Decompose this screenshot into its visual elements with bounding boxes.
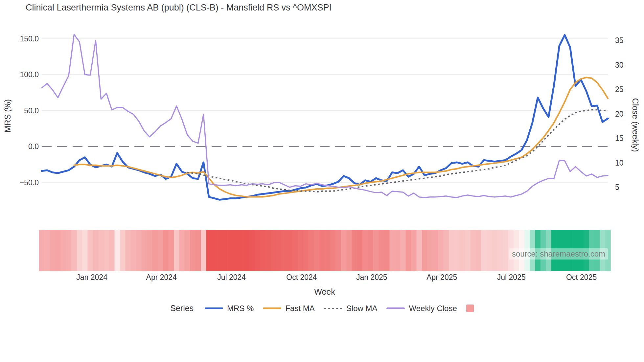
- heatmap-cell: [444, 230, 449, 271]
- heatmap-cell: [77, 230, 82, 271]
- heatmap-cell: [104, 230, 109, 271]
- heatmap-cell: [260, 230, 266, 271]
- right-axis-title: Close (weekly): [631, 94, 640, 156]
- heatmap-cell: [335, 230, 341, 271]
- heatmap-cell: [222, 230, 228, 271]
- heatmap-cell: [400, 230, 406, 271]
- heatmap-swatch-icon: [466, 305, 474, 312]
- heatmap-cell: [217, 230, 222, 271]
- heatmap-cell: [352, 230, 357, 271]
- legend-item-slow-ma[interactable]: Slow MA: [324, 304, 378, 313]
- heatmap-cell: [185, 230, 190, 271]
- right-axis-tick-label: 25: [615, 85, 624, 94]
- heatmap-cell: [292, 230, 298, 271]
- heatmap-cell: [71, 230, 77, 271]
- series-line-weekly-close: [42, 34, 608, 197]
- heatmap-cell: [276, 230, 282, 271]
- legend-item-heatmap[interactable]: [466, 305, 474, 312]
- weekly-close-line-swatch-icon: [386, 307, 405, 309]
- left-axis-tick-label: 150.0: [20, 34, 39, 43]
- heatmap-cell: [325, 230, 331, 271]
- heatmap-cell: [476, 230, 481, 271]
- heatmap-cell: [93, 230, 99, 271]
- heatmap-cell: [271, 230, 276, 271]
- left-axis-tick-label: −50.0: [20, 178, 39, 187]
- heatmap-cell: [406, 230, 411, 271]
- heatmap-cell: [449, 230, 454, 271]
- x-axis-tick-label: Jan 2025: [356, 273, 387, 282]
- heatmap-cell: [174, 230, 179, 271]
- heatmap-cell: [487, 230, 492, 271]
- left-axis-tick-label: 100.0: [20, 70, 39, 79]
- fast-ma-line-swatch-icon: [263, 307, 281, 309]
- heatmap-cell: [50, 230, 56, 271]
- heatmap-cell: [179, 230, 185, 271]
- legend-item-weekly-close[interactable]: Weekly Close: [386, 304, 457, 313]
- x-axis-tick-label: Oct 2024: [286, 273, 317, 282]
- mrs-line-swatch-icon: [205, 307, 223, 309]
- heatmap-cell: [60, 230, 66, 271]
- heatmap-cell: [346, 230, 352, 271]
- heatmap-cell: [39, 230, 45, 271]
- heatmap-cell: [212, 230, 217, 271]
- heatmap-cell: [298, 230, 303, 271]
- legend-item-label: MRS %: [227, 304, 254, 313]
- heatmap-cell: [427, 230, 433, 271]
- heatmap-cell: [147, 230, 152, 271]
- right-axis-tick-label: 30: [615, 61, 624, 69]
- heatmap-cell: [460, 230, 465, 271]
- legend-title: Series: [170, 304, 194, 313]
- heatmap-cell: [152, 230, 158, 271]
- heatmap-cell: [379, 230, 384, 271]
- heatmap-cell: [163, 230, 169, 271]
- heatmap-cell: [82, 230, 88, 271]
- heatmap-cell: [438, 230, 444, 271]
- heatmap-cell: [481, 230, 487, 271]
- heatmap-cell: [206, 230, 212, 271]
- heatmap-cell: [319, 230, 325, 271]
- legend-item-label: Fast MA: [285, 304, 314, 313]
- heatmap-cell: [66, 230, 72, 271]
- heatmap-cell: [169, 230, 174, 271]
- heatmap-cell: [303, 230, 309, 271]
- x-axis-tick-label: Jan 2024: [76, 273, 107, 282]
- legend-item-fast-ma[interactable]: Fast MA: [263, 304, 314, 313]
- left-axis-title: MRS (%): [3, 88, 12, 144]
- legend-item-label: Slow MA: [346, 304, 378, 313]
- heatmap-cell: [142, 230, 147, 271]
- heatmap-cell: [471, 230, 476, 271]
- heatmap-cell: [265, 230, 271, 271]
- heatmap-cell: [249, 230, 255, 271]
- heatmap-cell: [416, 230, 422, 271]
- heatmap-cell: [422, 230, 427, 271]
- right-axis-tick-label: 20: [615, 110, 624, 118]
- heatmap-cell: [125, 230, 131, 271]
- heatmap-cell: [228, 230, 233, 271]
- heatmap-cell: [384, 230, 390, 271]
- right-axis-tick-label: 35: [615, 36, 624, 45]
- heatmap-cell: [492, 230, 497, 271]
- heatmap-cell: [87, 230, 93, 271]
- heatmap-cell: [239, 230, 244, 271]
- series-line-mrs-: [42, 35, 608, 200]
- right-axis-tick-label: 10: [615, 159, 624, 167]
- heatmap-cell: [314, 230, 320, 271]
- heatmap-cell: [115, 230, 120, 271]
- heatmap-cell: [411, 230, 417, 271]
- heatmap-cell: [357, 230, 363, 271]
- heatmap-cell: [244, 230, 249, 271]
- left-axis-tick-label: 50.0: [24, 106, 39, 115]
- heatmap-cell: [503, 230, 508, 271]
- heatmap-cell: [131, 230, 136, 271]
- heatmap-cell: [362, 230, 368, 271]
- heatmap-cell: [109, 230, 115, 271]
- chart-page: Clinical Laserthermia Systems AB (publ) …: [0, 0, 644, 362]
- heatmap-cell: [136, 230, 142, 271]
- x-axis-tick-label: Apr 2025: [426, 273, 457, 282]
- heatmap-cell: [309, 230, 314, 271]
- heatmap-cell: [201, 230, 206, 271]
- heatmap-cell: [341, 230, 347, 271]
- legend-item-mrs[interactable]: MRS %: [205, 304, 254, 313]
- x-axis-title: Week: [292, 287, 357, 297]
- heatmap-cell: [433, 230, 438, 271]
